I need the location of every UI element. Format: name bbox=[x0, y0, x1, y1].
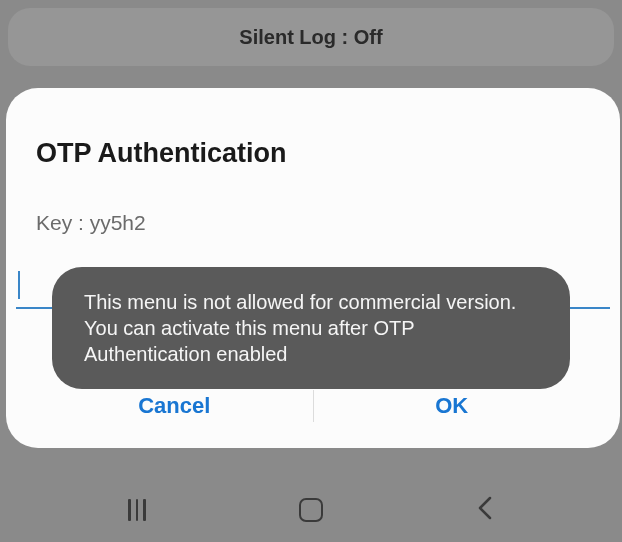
home-button[interactable] bbox=[271, 498, 351, 522]
text-cursor bbox=[18, 271, 20, 299]
toast: This menu is not allowed for commercial … bbox=[52, 267, 570, 389]
back-icon bbox=[476, 494, 494, 526]
back-button[interactable] bbox=[445, 494, 525, 526]
toast-message: This menu is not allowed for commercial … bbox=[84, 289, 538, 367]
silent-log-label: Silent Log : Off bbox=[239, 26, 382, 49]
cancel-button[interactable]: Cancel bbox=[36, 382, 313, 430]
dialog-title: OTP Authentication bbox=[36, 138, 590, 169]
navigation-bar bbox=[0, 478, 622, 542]
dialog-buttons: Cancel OK bbox=[36, 382, 590, 430]
recents-button[interactable] bbox=[97, 499, 177, 521]
ok-button[interactable]: OK bbox=[314, 382, 591, 430]
recents-icon bbox=[128, 499, 146, 521]
silent-log-card: Silent Log : Off bbox=[8, 8, 614, 66]
home-icon bbox=[299, 498, 323, 522]
key-label: Key : yy5h2 bbox=[36, 211, 590, 235]
